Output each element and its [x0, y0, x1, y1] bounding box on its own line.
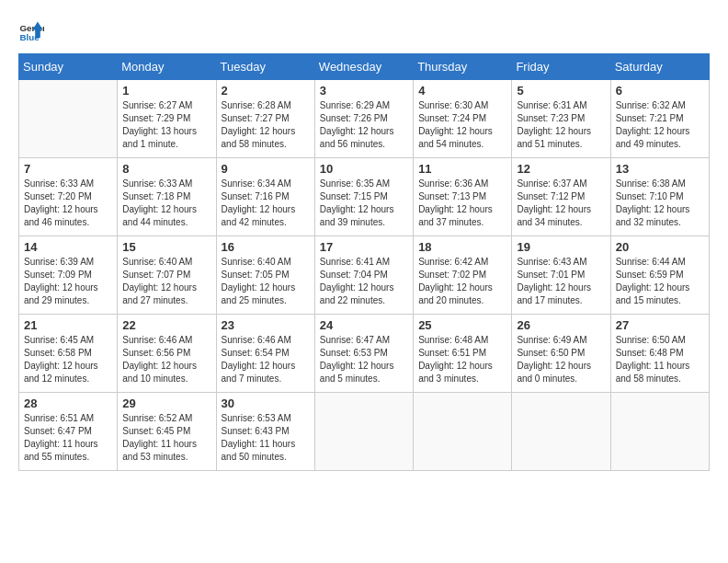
header-row: SundayMondayTuesdayWednesdayThursdayFrid…: [19, 54, 710, 80]
day-info: Sunrise: 6:51 AMSunset: 6:47 PMDaylight:…: [24, 412, 112, 464]
day-info: Sunrise: 6:37 AMSunset: 7:12 PMDaylight:…: [517, 178, 605, 229]
day-number: 1: [122, 84, 210, 98]
day-header-thursday: Thursday: [414, 54, 512, 80]
day-info: Sunrise: 6:48 AMSunset: 6:51 PMDaylight:…: [418, 334, 506, 385]
calendar-cell: 6Sunrise: 6:32 AMSunset: 7:21 PMDaylight…: [610, 80, 709, 158]
calendar-cell: 27Sunrise: 6:50 AMSunset: 6:48 PMDayligh…: [610, 315, 709, 393]
calendar-cell: 13Sunrise: 6:38 AMSunset: 7:10 PMDayligh…: [610, 158, 709, 236]
week-row-4: 21Sunrise: 6:45 AMSunset: 6:58 PMDayligh…: [19, 315, 710, 393]
day-number: 13: [616, 162, 704, 176]
day-number: 29: [122, 396, 210, 410]
day-info: Sunrise: 6:45 AMSunset: 6:58 PMDaylight:…: [24, 334, 112, 385]
day-info: Sunrise: 6:38 AMSunset: 7:10 PMDaylight:…: [616, 178, 704, 229]
day-header-friday: Friday: [512, 54, 610, 80]
day-info: Sunrise: 6:43 AMSunset: 7:01 PMDaylight:…: [517, 256, 605, 307]
day-number: 28: [24, 396, 112, 410]
day-info: Sunrise: 6:47 AMSunset: 6:53 PMDaylight:…: [320, 334, 408, 385]
day-number: 2: [222, 84, 310, 98]
calendar-cell: 10Sunrise: 6:35 AMSunset: 7:15 PMDayligh…: [314, 158, 413, 236]
day-number: 8: [122, 162, 210, 176]
logo: General Blue: [18, 18, 48, 44]
day-number: 18: [418, 240, 506, 254]
day-header-tuesday: Tuesday: [216, 54, 314, 80]
day-info: Sunrise: 6:46 AMSunset: 6:56 PMDaylight:…: [122, 334, 210, 385]
day-info: Sunrise: 6:40 AMSunset: 7:07 PMDaylight:…: [122, 256, 210, 307]
day-info: Sunrise: 6:36 AMSunset: 7:13 PMDaylight:…: [418, 178, 506, 229]
day-number: 14: [24, 240, 112, 254]
day-info: Sunrise: 6:31 AMSunset: 7:23 PMDaylight:…: [517, 99, 605, 151]
day-number: 16: [222, 240, 310, 254]
calendar-cell: 23Sunrise: 6:46 AMSunset: 6:54 PMDayligh…: [216, 315, 314, 393]
calendar-cell: [19, 80, 118, 158]
calendar-cell: 20Sunrise: 6:44 AMSunset: 6:59 PMDayligh…: [610, 236, 709, 315]
day-info: Sunrise: 6:34 AMSunset: 7:16 PMDaylight:…: [222, 178, 310, 229]
day-number: 21: [24, 318, 112, 332]
calendar-header: SundayMondayTuesdayWednesdayThursdayFrid…: [19, 54, 710, 80]
calendar-cell: 16Sunrise: 6:40 AMSunset: 7:05 PMDayligh…: [216, 236, 314, 315]
calendar-cell: [512, 393, 610, 471]
day-number: 3: [320, 84, 408, 98]
day-number: 6: [616, 84, 704, 98]
calendar-cell: 26Sunrise: 6:49 AMSunset: 6:50 PMDayligh…: [512, 315, 610, 393]
day-info: Sunrise: 6:30 AMSunset: 7:24 PMDaylight:…: [418, 99, 506, 151]
day-number: 24: [320, 318, 408, 332]
calendar-cell: 30Sunrise: 6:53 AMSunset: 6:43 PMDayligh…: [216, 393, 314, 471]
calendar-cell: 18Sunrise: 6:42 AMSunset: 7:02 PMDayligh…: [414, 236, 512, 315]
day-number: 9: [222, 162, 310, 176]
calendar-cell: 21Sunrise: 6:45 AMSunset: 6:58 PMDayligh…: [19, 315, 118, 393]
day-number: 10: [320, 162, 408, 176]
calendar-cell: 15Sunrise: 6:40 AMSunset: 7:07 PMDayligh…: [118, 236, 216, 315]
day-info: Sunrise: 6:35 AMSunset: 7:15 PMDaylight:…: [320, 178, 408, 229]
calendar-cell: 24Sunrise: 6:47 AMSunset: 6:53 PMDayligh…: [314, 315, 413, 393]
day-number: 5: [517, 84, 605, 98]
calendar-cell: 14Sunrise: 6:39 AMSunset: 7:09 PMDayligh…: [19, 236, 118, 315]
calendar-cell: 12Sunrise: 6:37 AMSunset: 7:12 PMDayligh…: [512, 158, 610, 236]
day-number: 7: [24, 162, 112, 176]
day-info: Sunrise: 6:42 AMSunset: 7:02 PMDaylight:…: [418, 256, 506, 307]
day-info: Sunrise: 6:32 AMSunset: 7:21 PMDaylight:…: [616, 99, 704, 151]
calendar-cell: 3Sunrise: 6:29 AMSunset: 7:26 PMDaylight…: [314, 80, 413, 158]
day-number: 23: [222, 318, 310, 332]
day-info: Sunrise: 6:40 AMSunset: 7:05 PMDaylight:…: [222, 256, 310, 307]
calendar-cell: 19Sunrise: 6:43 AMSunset: 7:01 PMDayligh…: [512, 236, 610, 315]
day-number: 12: [517, 162, 605, 176]
day-info: Sunrise: 6:41 AMSunset: 7:04 PMDaylight:…: [320, 256, 408, 307]
calendar-cell: 2Sunrise: 6:28 AMSunset: 7:27 PMDaylight…: [216, 80, 314, 158]
day-header-monday: Monday: [118, 54, 216, 80]
calendar-cell: 11Sunrise: 6:36 AMSunset: 7:13 PMDayligh…: [414, 158, 512, 236]
calendar-cell: 25Sunrise: 6:48 AMSunset: 6:51 PMDayligh…: [414, 315, 512, 393]
calendar-cell: 5Sunrise: 6:31 AMSunset: 7:23 PMDaylight…: [512, 80, 610, 158]
page-header: General Blue: [18, 18, 710, 44]
calendar-cell: [414, 393, 512, 471]
day-number: 17: [320, 240, 408, 254]
day-info: Sunrise: 6:27 AMSunset: 7:29 PMDaylight:…: [122, 99, 210, 151]
day-info: Sunrise: 6:29 AMSunset: 7:26 PMDaylight:…: [320, 99, 408, 151]
day-info: Sunrise: 6:50 AMSunset: 6:48 PMDaylight:…: [616, 334, 704, 385]
day-number: 11: [418, 162, 506, 176]
day-number: 19: [517, 240, 605, 254]
day-number: 22: [122, 318, 210, 332]
day-info: Sunrise: 6:46 AMSunset: 6:54 PMDaylight:…: [222, 334, 310, 385]
day-info: Sunrise: 6:44 AMSunset: 6:59 PMDaylight:…: [616, 256, 704, 307]
calendar-cell: 8Sunrise: 6:33 AMSunset: 7:18 PMDaylight…: [118, 158, 216, 236]
calendar-body: 1Sunrise: 6:27 AMSunset: 7:29 PMDaylight…: [19, 80, 710, 471]
day-info: Sunrise: 6:49 AMSunset: 6:50 PMDaylight:…: [517, 334, 605, 385]
day-header-wednesday: Wednesday: [314, 54, 413, 80]
calendar-cell: [610, 393, 709, 471]
week-row-5: 28Sunrise: 6:51 AMSunset: 6:47 PMDayligh…: [19, 393, 710, 471]
day-number: 27: [616, 318, 704, 332]
day-info: Sunrise: 6:39 AMSunset: 7:09 PMDaylight:…: [24, 256, 112, 307]
calendar-table: SundayMondayTuesdayWednesdayThursdayFrid…: [18, 53, 710, 471]
day-number: 20: [616, 240, 704, 254]
day-info: Sunrise: 6:33 AMSunset: 7:20 PMDaylight:…: [24, 178, 112, 229]
day-info: Sunrise: 6:53 AMSunset: 6:43 PMDaylight:…: [222, 412, 310, 464]
logo-icon: General Blue: [18, 18, 44, 44]
week-row-2: 7Sunrise: 6:33 AMSunset: 7:20 PMDaylight…: [19, 158, 710, 236]
day-info: Sunrise: 6:52 AMSunset: 6:45 PMDaylight:…: [122, 412, 210, 464]
day-number: 26: [517, 318, 605, 332]
day-number: 15: [122, 240, 210, 254]
calendar-cell: [314, 393, 413, 471]
day-number: 25: [418, 318, 506, 332]
calendar-cell: 29Sunrise: 6:52 AMSunset: 6:45 PMDayligh…: [118, 393, 216, 471]
calendar-cell: 28Sunrise: 6:51 AMSunset: 6:47 PMDayligh…: [19, 393, 118, 471]
